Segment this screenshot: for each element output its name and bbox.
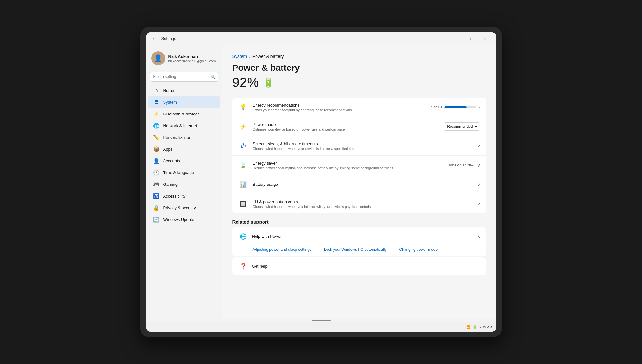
window-controls: ─ □ ✕ [447,34,492,44]
row-icon-sleep: 💤 [238,141,248,151]
get-help-row[interactable]: ❓ Get help [232,257,486,275]
row-text-lid-power: Lid & power button controls Choose what … [253,199,473,209]
row-title-sleep: Screen, sleep, & hibernate timeouts [253,141,473,146]
sidebar-item-update[interactable]: 🔄 Windows Update [148,214,220,225]
search-box: 🔍 [150,72,218,82]
row-title-lid-power: Lid & power button controls [253,199,473,204]
help-with-power-header[interactable]: 🌐 Help with Power ∧ [232,227,486,246]
battery-icon: 🔋 [263,77,274,88]
sidebar-item-apps[interactable]: 📦 Apps [148,143,220,155]
support-link-item[interactable]: Changing power mode [399,247,438,252]
taskbar: 📶 🔋 9:23 AM [146,322,496,332]
settings-row-power-mode[interactable]: ⚡ Power mode Optimize your device based … [232,117,486,136]
help-with-power-text: Help with Power [252,234,473,239]
nav-label-gaming: Gaming [163,182,178,187]
row-action-battery-usage: ∨ [477,182,480,187]
sidebar-item-gaming[interactable]: 🎮 Gaming [148,179,220,190]
nav-icon-accessibility: ♿ [153,193,159,199]
scroll-indicator [312,320,331,321]
nav-icon-network: 🌐 [153,122,159,129]
sidebar-item-bluetooth[interactable]: ⚡ Bluetooth & devices [148,108,220,120]
settings-row-sleep[interactable]: 💤 Screen, sleep, & hibernate timeouts Ch… [232,136,486,156]
support-link-item[interactable]: Lock your Windows PC automatically [324,247,386,252]
nav-label-privacy: Privacy & security [163,205,196,210]
support-card: 🌐 Help with Power ∧ Adjusting power and … [232,227,486,256]
search-input[interactable] [150,72,218,82]
energy-progress: 7 of 10 › [430,105,480,110]
nav-label-apps: Apps [163,147,173,152]
nav-icon-personalization: ✏️ [153,134,159,140]
settings-row-energy-saver[interactable]: 🍃 Energy saver Reduce power consumption … [232,156,486,175]
nav-label-network: Network & internet [163,123,197,128]
nav-icon-bluetooth: ⚡ [153,111,159,117]
row-action-power-mode: Recommended ▾ [444,122,480,131]
nav-icon-system: 🖥 [153,99,159,105]
taskbar-battery-icon: 🔋 [472,325,477,329]
row-title-battery-usage: Battery usage [253,182,473,187]
sidebar-item-home[interactable]: ⌂ Home [148,85,220,96]
row-icon-energy: 💡 [238,102,248,112]
row-title-power-mode: Power mode [253,122,439,127]
sidebar-item-network[interactable]: 🌐 Network & internet [148,120,220,131]
page-title: Power & battery [232,63,486,73]
sidebar-nav: ⌂ Home 🖥 System ⚡ Bluetooth & devices 🌐 … [146,84,222,225]
sidebar-item-personalization[interactable]: ✏️ Personalization [148,132,220,143]
device-screen: ← Settings ─ □ ✕ 👤 Nick Ackerman nickack… [146,32,496,332]
breadcrumb-current: Power & battery [252,54,284,59]
row-icon-lid-power: 🔲 [238,199,248,209]
turns-on-text: Turns on at 20% [447,163,475,167]
main-layout: 👤 Nick Ackerman nickackermanneiu@gmail.c… [146,45,496,318]
help-icon: 🌐 [238,231,248,242]
sidebar-item-time[interactable]: 🕐 Time & language [148,167,220,178]
search-icon: 🔍 [211,75,216,79]
nav-label-personalization: Personalization [163,135,191,140]
nav-label-accessibility: Accessibility [163,194,186,198]
close-button[interactable]: ✕ [478,34,492,44]
row-chevron-energy-saver: ∨ [477,163,480,168]
sidebar-item-system[interactable]: 🖥 System [148,96,220,108]
help-chevron: ∧ [477,234,480,239]
nav-label-time: Time & language [163,170,194,175]
row-text-power-mode: Power mode Optimize your device based on… [253,122,439,131]
row-title-energy-saver: Energy saver [253,161,442,166]
related-support-title: Related support [232,219,486,224]
settings-row-battery-usage[interactable]: 📊 Battery usage ∨ [232,175,486,194]
support-link-item[interactable]: Adjusting power and sleep settings [253,247,311,252]
row-action-energy-saver: Turns on at 20% ∨ [447,163,480,168]
progress-label: 7 of 10 [430,105,442,109]
row-chevron-energy: › [479,105,480,110]
row-icon-energy-saver: 🍃 [238,160,248,170]
breadcrumb-parent[interactable]: System [232,54,247,59]
power-mode-dropdown[interactable]: Recommended ▾ [444,122,480,131]
avatar: 👤 [151,51,165,65]
settings-row-energy[interactable]: 💡 Energy recommendations Lower your carb… [232,98,486,117]
minimize-button[interactable]: ─ [447,34,462,44]
nav-label-accounts: Accounts [163,159,180,163]
user-profile: 👤 Nick Ackerman nickackermanneiu@gmail.c… [146,49,222,70]
row-text-energy-saver: Energy saver Reduce power consumption an… [253,161,442,170]
settings-row-lid-power[interactable]: 🔲 Lid & power button controls Choose wha… [232,194,486,213]
row-text-energy: Energy recommendations Lower your carbon… [253,103,426,112]
row-desc-lid-power: Choose what happens when you interact wi… [253,205,473,209]
wifi-icon: 📶 [466,325,471,329]
row-desc-energy: Lower your carbon footprint by applying … [253,108,426,112]
nav-icon-apps: 📦 [153,146,159,152]
row-action-energy: 7 of 10 › [430,105,480,110]
user-name: Nick Ackerman [168,54,216,59]
row-text-sleep: Screen, sleep, & hibernate timeouts Choo… [253,141,473,151]
progress-bar [444,106,476,108]
back-button[interactable]: ← [150,34,159,43]
sidebar: 👤 Nick Ackerman nickackermanneiu@gmail.c… [146,45,222,318]
row-title-energy: Energy recommendations [253,103,426,107]
sidebar-item-accounts[interactable]: 👤 Accounts [148,155,220,166]
maximize-button[interactable]: □ [463,34,477,44]
app-title: Settings [161,36,447,41]
row-desc-energy-saver: Reduce power consumption and increase ba… [253,166,442,170]
user-info: Nick Ackerman nickackermanneiu@gmail.com [168,54,216,63]
row-desc-power-mode: Optimize your device based on power use … [253,127,439,131]
progress-fill [444,106,467,108]
row-chevron-lid-power: ∨ [477,201,480,206]
breadcrumb: System › Power & battery [232,54,486,59]
sidebar-item-accessibility[interactable]: ♿ Accessibility [148,190,220,202]
sidebar-item-privacy[interactable]: 🔒 Privacy & security [148,202,220,213]
